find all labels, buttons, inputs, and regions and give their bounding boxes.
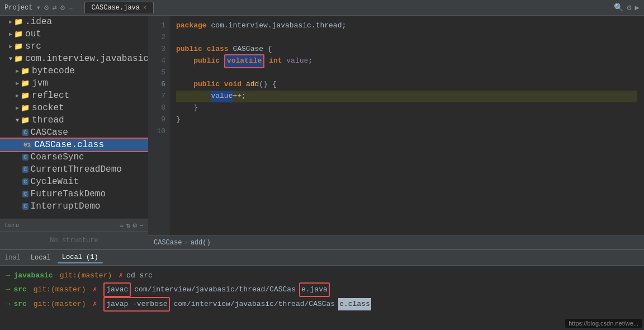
branch-master-2: git:(master) — [34, 284, 86, 296]
folder-icon: 📁 — [21, 103, 30, 112]
sidebar-item-cyclewait[interactable]: C CycleWait — [0, 176, 148, 188]
gear-icon[interactable]: ⚙ — [627, 3, 631, 12]
tab-local[interactable]: Local — [26, 253, 55, 263]
sidebar-item-src[interactable]: ▶ 📁 src — [0, 40, 148, 53]
code-line-4: public volatile int value ; — [176, 55, 637, 67]
cmd-javap-path: com/interview/javabasic/thread/CASCas — [173, 298, 335, 310]
dropdown-icon[interactable]: ▾ — [36, 3, 40, 12]
breadcrumb-class[interactable]: CASCase — [154, 239, 182, 247]
branch-master-3: git:(master) — [34, 298, 86, 310]
terminal-line-2: → src git:(master) ✗ javac com/interview… — [6, 282, 638, 297]
sort-icon[interactable]: ≡ — [120, 221, 124, 230]
folder-icon: 📁 — [21, 67, 30, 76]
code-line-3: public class CASCase { — [176, 44, 637, 55]
class-icon: C — [22, 129, 29, 136]
cmd-cd: cd src — [126, 270, 153, 282]
sidebar-item-label: src — [25, 41, 41, 51]
branch-master-1: git:(master) — [60, 270, 112, 282]
keyword-int: int — [269, 55, 282, 67]
branch-x-1: ✗ — [119, 270, 123, 282]
sidebar-item-cascase-class[interactable]: 01 CASCase.class — [0, 139, 148, 151]
project-section: Project ▾ ⚙ ⇄ ⚙ – — [4, 3, 73, 12]
line-num-9: 9 — [151, 114, 165, 126]
structure-panel: ture ≡ ⇅ ⚙ – No structure — [0, 219, 148, 249]
config-icon[interactable]: ⚙ — [60, 3, 65, 12]
user-src-3: src — [13, 298, 26, 310]
sidebar-item-thread[interactable]: ▼ 📁 thread — [0, 114, 148, 126]
classfile-icon: 01 — [22, 142, 32, 148]
sidebar-item-futuretask[interactable]: C FutureTaskDemo — [0, 188, 148, 200]
run-icon[interactable]: ▶ — [635, 3, 640, 12]
tab-label: CASCase.java — [92, 4, 140, 12]
minimize-icon[interactable]: – — [68, 3, 73, 12]
javap-cmd: javap -verbose — [103, 297, 170, 312]
file-tree: ▶ 📁 .idea ▶ 📁 out ▶ 📁 src ▼ 📁 com.interv… — [0, 16, 148, 219]
arrow-icon-2: → — [6, 283, 10, 296]
arrow-icon-1: → — [6, 269, 10, 282]
sidebar-item-label: CASCase — [31, 128, 68, 138]
line-numbers: 1 2 3 4 5 6 7 8 9 10 — [148, 16, 169, 235]
classname: CASCase — [233, 44, 263, 55]
javac-cmd: javac — [103, 282, 131, 297]
sidebar-item-interrupt[interactable]: C InterruptDemo — [0, 200, 148, 213]
structure-toolbar: ture ≡ ⇅ ⚙ – — [0, 219, 148, 232]
line-num-2: 2 — [151, 32, 165, 44]
code-content[interactable]: 1 2 3 4 5 6 7 8 9 10 package com.intervi… — [148, 16, 644, 235]
sidebar-item-label: .idea — [25, 17, 52, 27]
sidebar-item-com[interactable]: ▼ 📁 com.interview.javabasic — [0, 53, 148, 65]
top-bar: Project ▾ ⚙ ⇄ ⚙ – CASCase.java × 🔍 ⚙ ▶ — [0, 0, 644, 16]
sidebar-item-coarsesync[interactable]: C CoarseSync — [0, 151, 148, 163]
branch-x-2: ✗ — [92, 284, 97, 296]
tab-close-icon[interactable]: × — [143, 5, 146, 11]
line-num-10: 10 — [151, 126, 165, 138]
folder-icon: 📁 — [14, 30, 23, 39]
sidebar-item-label: CurrentThreadDemo — [31, 164, 122, 175]
code-line-9: } — [176, 114, 637, 126]
tab-cascase-java[interactable]: CASCase.java × — [84, 2, 154, 13]
code-line-10 — [176, 126, 637, 138]
sidebar-item-label: bytecode — [32, 66, 75, 76]
sidebar-item-label: socket — [32, 103, 64, 113]
collapse-icon: ▶ — [16, 68, 19, 74]
class-extension-cursor: e.class — [338, 298, 371, 310]
sidebar-item-currentthread[interactable]: C CurrentThreadDemo — [0, 163, 148, 176]
tab-local-1[interactable]: Local (1) — [58, 252, 103, 263]
top-right-actions: 🔍 ⚙ ▶ — [614, 3, 640, 12]
user-javabasic: javabasic — [13, 270, 53, 282]
line-num-7: 7 — [151, 91, 165, 102]
sidebar-item-jvm[interactable]: ▶ 📁 jvm — [0, 77, 148, 89]
sidebar-item-out[interactable]: ▶ 📁 out — [0, 28, 148, 40]
tab-local-label: Local — [31, 254, 51, 262]
sidebar-item-bytecode[interactable]: ▶ 📁 bytecode — [0, 65, 148, 77]
settings-icon[interactable]: ⚙ — [44, 3, 49, 12]
sidebar-item-socket[interactable]: ▶ 📁 socket — [0, 102, 148, 114]
class-icon: C — [22, 203, 29, 210]
breadcrumb-bar: CASCase › add() — [148, 235, 644, 249]
user-src-2: src — [13, 284, 26, 296]
package-icon: 📁 — [14, 54, 23, 63]
filter-icon[interactable]: ⇅ — [126, 221, 131, 230]
sidebar-item-label: CASCase.class — [34, 140, 104, 150]
sidebar-item-label: CycleWait — [31, 177, 79, 187]
keyword-class: class — [207, 44, 229, 55]
class-icon: C — [22, 191, 29, 197]
sidebar-item-cascase[interactable]: C CASCase — [0, 126, 148, 139]
sidebar-item-label: reflect — [32, 91, 69, 101]
sidebar-item-idea[interactable]: ▶ 📁 .idea — [0, 16, 148, 28]
sync-icon[interactable]: ⇄ — [52, 3, 56, 12]
cmd-javac-path: com/interview/javabasic/thread/CASCas — [134, 284, 296, 296]
keyword-package: package — [176, 20, 207, 32]
terminal-line-3: → src git:(master) ✗ javap -verbose com/… — [6, 297, 638, 312]
folder-icon: 📁 — [21, 116, 30, 125]
breadcrumb-method[interactable]: add() — [191, 239, 211, 247]
options-icon[interactable]: ⚙ — [132, 221, 137, 230]
sidebar-item-reflect[interactable]: ▶ 📁 reflect — [0, 89, 148, 102]
line-num-1: 1 — [151, 20, 165, 32]
collapse-icon: ▶ — [16, 80, 19, 87]
close-structure-icon[interactable]: – — [139, 221, 144, 230]
sidebar-item-label: InterruptDemo — [31, 201, 101, 211]
keyword-public-3: public — [176, 44, 202, 55]
code-line-7: value ++; — [176, 91, 637, 102]
search-icon[interactable]: 🔍 — [614, 3, 623, 12]
tab-local-1-label: Local (1) — [62, 253, 98, 261]
